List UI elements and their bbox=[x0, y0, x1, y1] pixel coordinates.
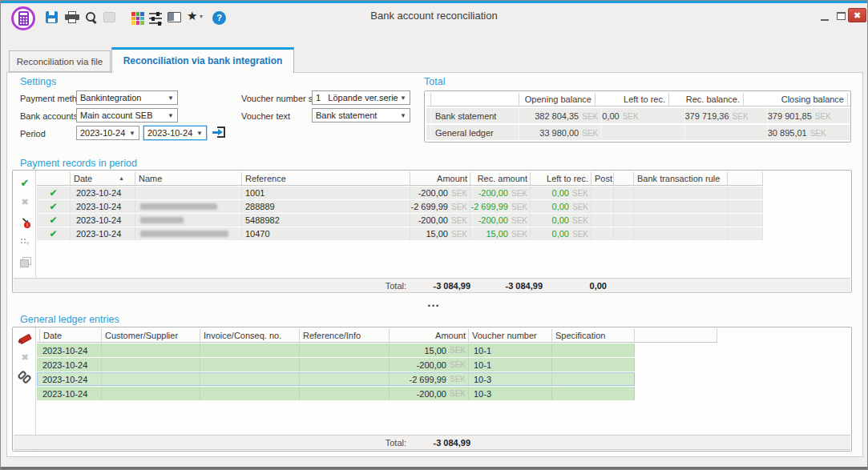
cell-left-to-rec: 0,00SEK bbox=[531, 200, 591, 213]
splitter-dots-icon: ••• bbox=[428, 302, 440, 310]
col-reference-info[interactable]: Reference/Info bbox=[300, 329, 390, 342]
chevron-down-icon: ▼ bbox=[398, 112, 410, 119]
app-logo-calculator-icon[interactable] bbox=[11, 6, 35, 30]
redacted-name bbox=[140, 217, 184, 223]
cell-date: 2023-10-24 bbox=[71, 187, 135, 199]
load-period-button[interactable] bbox=[212, 126, 226, 139]
close-button[interactable]: ✖ bbox=[848, 8, 866, 22]
voucher-number-series-select[interactable]: 1 Löpande ver.serie▼ bbox=[312, 90, 410, 105]
chevron-down-icon: ▼ bbox=[398, 94, 410, 102]
cell-date: 2023-10-24 bbox=[37, 372, 102, 386]
cell-specification bbox=[552, 387, 635, 400]
cell-reference-info bbox=[300, 343, 390, 357]
favorites-button[interactable]: ★▾ bbox=[187, 10, 203, 26]
copy-boxes-icon[interactable] bbox=[18, 255, 31, 268]
color-grid-button[interactable] bbox=[130, 10, 146, 26]
ledger-row[interactable]: 2023-10-24 -2 699,99SEK 10-3 bbox=[37, 372, 635, 386]
card-view-button-disabled bbox=[102, 10, 118, 26]
tab-reconciliation-via-bank-integration[interactable]: Reconciliation via bank integration bbox=[111, 47, 294, 73]
ledger-table-rows: 2023-10-24 15,00SEK 10-1 2023-10-24 -200… bbox=[37, 343, 635, 401]
col-date[interactable]: Date bbox=[40, 329, 102, 342]
col-invoice-conseq-no[interactable]: Invoice/Conseq. no. bbox=[200, 329, 300, 342]
ledger-row[interactable]: 2023-10-24 15,00SEK 10-1 bbox=[37, 343, 635, 357]
maximize-button[interactable] bbox=[834, 10, 849, 22]
cell-voucher-number: 10-3 bbox=[469, 387, 552, 400]
col-post[interactable]: Post bbox=[591, 172, 614, 185]
bank-accounts-select[interactable]: Main account SEB▼ bbox=[76, 108, 178, 123]
link-chain-icon[interactable] bbox=[18, 370, 31, 383]
col-amount[interactable]: Amount bbox=[390, 329, 469, 342]
col-specification[interactable]: Specification bbox=[552, 329, 635, 342]
cell-invoice-conseq-no bbox=[200, 358, 300, 372]
ledger-table-header: Date Customer/Supplier Invoice/Conseq. n… bbox=[37, 329, 717, 343]
cell-date: 2023-10-24 bbox=[71, 214, 135, 227]
row-approved-check-icon: ✔ bbox=[49, 187, 57, 199]
save-floppy-icon bbox=[46, 11, 58, 23]
settings-sliders-button[interactable] bbox=[148, 10, 164, 26]
payment-row[interactable]: ✔ 2023-10-24 5488982 -200,00SEK -200,00S… bbox=[37, 214, 763, 227]
tab-reconciliation-via-file[interactable]: Reconciliation via file bbox=[9, 50, 111, 72]
period-from-select[interactable]: 2023-10-24▼ bbox=[76, 126, 139, 140]
delete-x-icon[interactable]: ✖ bbox=[18, 352, 31, 365]
assign-arrow-alert-icon[interactable]: ↘! bbox=[18, 215, 31, 228]
col-reference[interactable]: Reference bbox=[242, 172, 410, 185]
cell-bank-rule bbox=[634, 200, 728, 213]
payments-panel: ✔ ✖ ↘! Date▲ Name Reference Amount Rec. … bbox=[12, 170, 852, 293]
col-rec-amount[interactable]: Rec. amount bbox=[470, 172, 531, 185]
chevron-down-icon: ▼ bbox=[166, 94, 177, 102]
ledger-total-label: Total: bbox=[386, 438, 406, 448]
help-button[interactable]: ? bbox=[212, 10, 228, 26]
cell-reference-info bbox=[300, 387, 390, 400]
cell-bank-rule bbox=[634, 187, 728, 199]
cell-name bbox=[135, 200, 242, 213]
cell-date: 2023-10-24 bbox=[37, 343, 102, 357]
ledger-row[interactable]: 2023-10-24 -200,00SEK 10-1 bbox=[37, 358, 635, 372]
sort-asc-icon: ▲ bbox=[119, 174, 132, 185]
chevron-down-icon: ▾ bbox=[200, 13, 203, 20]
delete-x-icon[interactable]: ✖ bbox=[18, 197, 31, 210]
payment-row[interactable]: ✔ 2023-10-24 10470 15,00SEK 15,00SEK 0,0… bbox=[37, 227, 763, 240]
cell-rec-amount: -2 699,99SEK bbox=[470, 200, 531, 213]
minimize-button[interactable] bbox=[818, 10, 833, 22]
payment-method-select[interactable]: Bankintegration▼ bbox=[76, 90, 178, 105]
cell-voucher-number: 10-1 bbox=[469, 358, 552, 372]
col-amount[interactable]: Amount bbox=[410, 172, 470, 185]
cell-name bbox=[135, 187, 242, 199]
col-voucher-number[interactable]: Voucher number bbox=[469, 329, 552, 342]
payments-total-label: Total: bbox=[386, 281, 406, 291]
save-button[interactable] bbox=[44, 10, 60, 26]
cell-reference-info bbox=[300, 358, 390, 372]
col-left-to-rec[interactable]: Left to rec. bbox=[531, 172, 591, 185]
col-bank-transaction-rule[interactable]: Bank transaction rule bbox=[634, 172, 728, 185]
redacted-name bbox=[140, 203, 217, 210]
window-bottom-edge bbox=[1, 467, 867, 469]
payment-row[interactable]: ✔ 2023-10-24 288889 -2 699,99SEK -2 699,… bbox=[37, 200, 763, 213]
cell-left-to-rec: 0,00SEK bbox=[531, 187, 591, 199]
ledger-toolbar: ✖ bbox=[13, 327, 36, 451]
total-table-row[interactable]: General ledger 33 980,00SEK 30 895,01SEK bbox=[426, 125, 850, 140]
app-window: Bank account reconciliation ★▾ ? ✖ Recon… bbox=[0, 0, 868, 470]
ledger-row[interactable]: 2023-10-24 -200,00SEK 10-3 bbox=[37, 387, 635, 400]
search-button[interactable] bbox=[83, 10, 99, 26]
cell-reference: 1001 bbox=[242, 187, 410, 199]
bank-accounts-label: Bank accounts bbox=[20, 111, 78, 121]
cell-bank-rule bbox=[634, 214, 728, 227]
print-button[interactable] bbox=[64, 10, 80, 26]
col-date[interactable]: Date▲ bbox=[71, 172, 135, 185]
cell-amount: -200,00SEK bbox=[410, 214, 470, 227]
chevron-down-icon: ▼ bbox=[127, 130, 139, 137]
row-approved-check-icon: ✔ bbox=[49, 201, 57, 212]
cell-post bbox=[591, 187, 614, 199]
col-name[interactable]: Name bbox=[135, 172, 242, 185]
col-customer-supplier[interactable]: Customer/Supplier bbox=[102, 329, 200, 342]
payments-total-rec-amount: -3 084,99 bbox=[506, 281, 543, 291]
cell-amount: -200,00SEK bbox=[390, 387, 469, 400]
approve-check-icon[interactable]: ✔ bbox=[18, 177, 31, 190]
total-table-row[interactable]: Bank statement 382 804,35SEK 0,00SEK 379… bbox=[426, 108, 850, 123]
splitter-handle[interactable]: ••• bbox=[1, 297, 867, 305]
period-to-select[interactable]: 2023-10-24▼ bbox=[143, 126, 207, 140]
cell-invoice-conseq-no bbox=[200, 387, 300, 400]
voucher-text-select[interactable]: Bank statement▼ bbox=[312, 108, 410, 123]
payment-row[interactable]: ✔ 2023-10-24 1001 -200,00SEK -200,00SEK … bbox=[37, 187, 763, 199]
address-book-button[interactable] bbox=[167, 10, 183, 26]
